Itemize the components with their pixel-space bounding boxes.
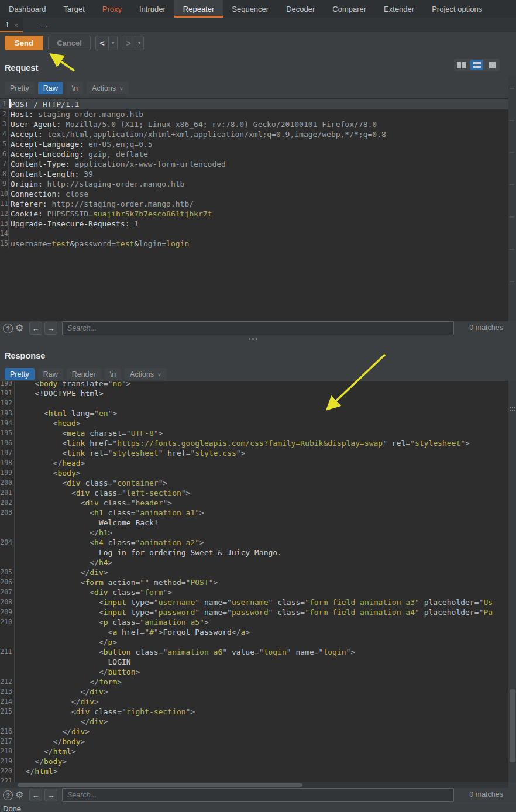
code-line: 203 <h1 class="animation a1"> xyxy=(0,508,508,518)
line-number: 193 xyxy=(0,408,15,418)
menu-item-intruder[interactable]: Intruder xyxy=(130,0,174,18)
line-number xyxy=(0,637,15,647)
chevron-down-icon[interactable]: ▼ xyxy=(108,36,117,50)
request-tab-pretty[interactable]: Pretty xyxy=(5,82,35,94)
search-prev-button[interactable]: ← xyxy=(29,322,42,335)
line-number: 9 xyxy=(0,179,9,189)
code-line: </p> xyxy=(0,637,508,647)
request-editor[interactable]: 1POST / HTTP/1.12Host: staging-order.man… xyxy=(0,98,508,321)
line-number: 4 xyxy=(0,129,9,139)
search-input[interactable] xyxy=(62,321,454,335)
code-line: 213 </div> xyxy=(0,687,508,697)
help-icon[interactable]: ? xyxy=(3,324,13,333)
line-number: 207 xyxy=(0,587,15,597)
menu-item-project-options[interactable]: Project options xyxy=(423,0,491,18)
line-number: 213 xyxy=(0,687,15,697)
code-line: 208 <input type="username" name="usernam… xyxy=(0,597,508,607)
menu-item-dashboard[interactable]: Dashboard xyxy=(0,0,55,18)
repeater-tab-1[interactable]: 1 × xyxy=(0,18,23,32)
line-number: 6 xyxy=(0,149,9,159)
search-input[interactable] xyxy=(62,788,454,802)
response-h-scrollbar[interactable] xyxy=(0,782,508,788)
chevron-right-icon[interactable]: > xyxy=(122,36,135,50)
arrow-to-send-button xyxy=(53,56,74,71)
menu-item-proxy[interactable]: Proxy xyxy=(94,0,130,18)
layout-tabs-button[interactable] xyxy=(486,60,498,70)
response-tab-raw[interactable]: Raw xyxy=(38,368,63,380)
layout-rows-button[interactable] xyxy=(470,60,483,70)
chevron-down-icon: ∨ xyxy=(119,85,123,91)
code-line: 8Content-Length: 39 xyxy=(0,169,508,179)
menu-item-sequencer[interactable]: Sequencer xyxy=(223,0,277,18)
line-number: 12 xyxy=(0,209,9,219)
menu-item-repeater[interactable]: Repeater xyxy=(174,0,223,18)
line-number: 3 xyxy=(0,119,9,129)
previous-request-button[interactable]: < ▼ xyxy=(95,36,118,50)
search-match-count: 0 matches xyxy=(469,790,503,799)
code-line: 197 <link rel="stylesheet" href="style.c… xyxy=(0,448,508,458)
line-number xyxy=(0,548,15,558)
line-number xyxy=(0,627,15,637)
scrollbar-thumb[interactable] xyxy=(510,689,515,762)
line-number: 203 xyxy=(0,508,15,518)
line-number: 212 xyxy=(0,677,15,687)
line-number: 5 xyxy=(0,139,9,149)
response-tab--n[interactable]: \n xyxy=(105,368,121,380)
send-button[interactable]: Send xyxy=(5,36,43,50)
request-tab-actions[interactable]: Actions∨ xyxy=(87,82,129,94)
code-line: 209 <input type="password" name="passwor… xyxy=(0,607,508,617)
line-number: 218 xyxy=(0,746,15,756)
response-scrollbar[interactable] xyxy=(508,381,516,782)
search-next-button[interactable]: → xyxy=(44,789,57,801)
menu-item-decoder[interactable]: Decoder xyxy=(277,0,324,18)
response-tab-actions[interactable]: Actions∨ xyxy=(125,368,167,380)
line-number: 15 xyxy=(0,239,9,249)
line-number: 216 xyxy=(0,727,15,737)
search-prev-button[interactable]: ← xyxy=(29,789,42,801)
search-next-button[interactable]: → xyxy=(44,322,57,335)
line-number: 14 xyxy=(0,229,9,239)
gear-icon[interactable]: ⚙ xyxy=(15,322,23,333)
line-number: 10 xyxy=(0,189,9,199)
layout-columns-button[interactable] xyxy=(455,60,468,70)
line-number xyxy=(0,717,15,727)
panel-splitter-handle[interactable] xyxy=(249,338,257,340)
code-line: 15username=test&password=test&login=logi… xyxy=(0,239,508,249)
line-number: 206 xyxy=(0,577,15,587)
chevron-left-icon[interactable]: < xyxy=(96,36,108,50)
cancel-button[interactable]: Cancel xyxy=(48,36,91,50)
new-tab-button[interactable]: ... xyxy=(33,18,55,32)
repeater-tab-1-label: 1 xyxy=(5,21,9,29)
request-tab--n[interactable]: \n xyxy=(67,82,83,94)
code-line: 195 <meta charset="UTF-8"> xyxy=(0,428,508,438)
help-icon[interactable]: ? xyxy=(3,790,13,800)
request-tab-raw[interactable]: Raw xyxy=(38,82,63,94)
response-editor[interactable]: 190 <body translate="no">191 <!DOCTYPE h… xyxy=(0,381,508,783)
gear-icon[interactable]: ⚙ xyxy=(15,789,23,800)
line-number: 219 xyxy=(0,756,15,766)
next-request-button[interactable]: > ▼ xyxy=(122,36,144,50)
code-line: 13Upgrade-Insecure-Requests: 1 xyxy=(0,219,508,229)
inspector-grip-icon[interactable] xyxy=(508,404,516,414)
code-line: 219 </body> xyxy=(0,756,508,766)
line-number: 194 xyxy=(0,418,15,428)
code-line: 10Connection: close xyxy=(0,189,508,199)
code-line: </button> xyxy=(0,667,508,677)
status-bar: Done xyxy=(0,803,516,812)
menu-item-comparer[interactable]: Comparer xyxy=(324,0,375,18)
response-tab-render[interactable]: Render xyxy=(67,368,101,380)
code-line: 194 <head> xyxy=(0,418,508,428)
line-number: 208 xyxy=(0,597,15,607)
chevron-down-icon[interactable]: ▼ xyxy=(135,36,143,50)
line-number: 197 xyxy=(0,448,15,458)
response-tab-pretty[interactable]: Pretty xyxy=(5,368,35,380)
request-scrollbar[interactable] xyxy=(508,76,516,321)
menu-item-extender[interactable]: Extender xyxy=(375,0,423,18)
scrollbar-thumb[interactable] xyxy=(18,783,302,787)
menu-item-target[interactable]: Target xyxy=(55,0,94,18)
line-number: 2 xyxy=(0,109,9,119)
code-line: 193 <html lang="en"> xyxy=(0,408,508,418)
code-line: 204 <h4 class="animation a2"> xyxy=(0,538,508,548)
close-icon[interactable]: × xyxy=(14,22,18,29)
code-line: 218 </html> xyxy=(0,746,508,756)
